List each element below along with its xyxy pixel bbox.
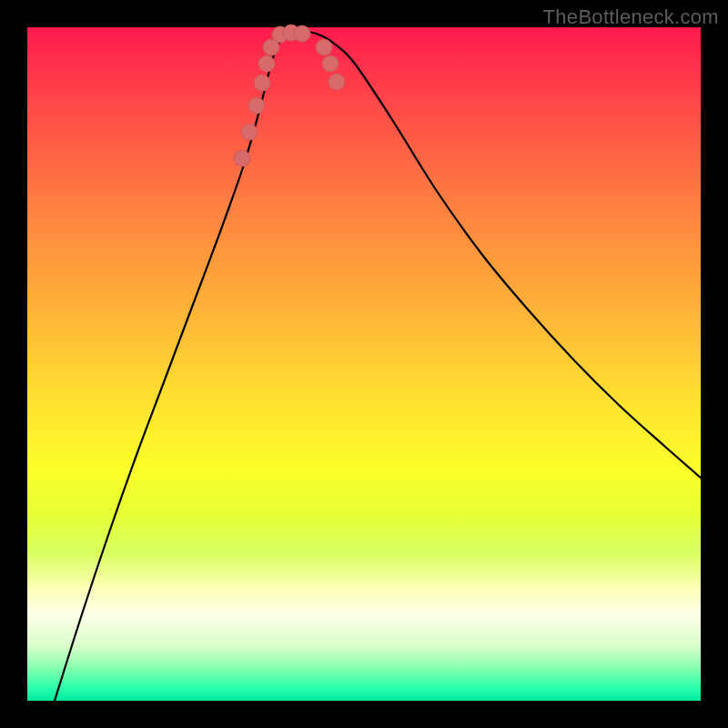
watermark-text: TheBottleneck.com xyxy=(543,5,719,29)
curve-marker xyxy=(316,39,332,56)
marker-group-left xyxy=(234,39,279,167)
bottleneck-curve-path xyxy=(55,31,701,701)
bottleneck-chart xyxy=(27,27,701,701)
curve-marker xyxy=(329,74,345,90)
curve-marker xyxy=(294,25,310,42)
curve-marker xyxy=(322,56,339,72)
marker-group-floor xyxy=(272,25,310,43)
curve-marker xyxy=(258,56,275,72)
curve-marker xyxy=(248,97,265,114)
curve-marker xyxy=(234,150,250,167)
curve-marker xyxy=(241,124,258,140)
curve-marker xyxy=(254,75,270,91)
marker-group-right xyxy=(316,39,345,90)
